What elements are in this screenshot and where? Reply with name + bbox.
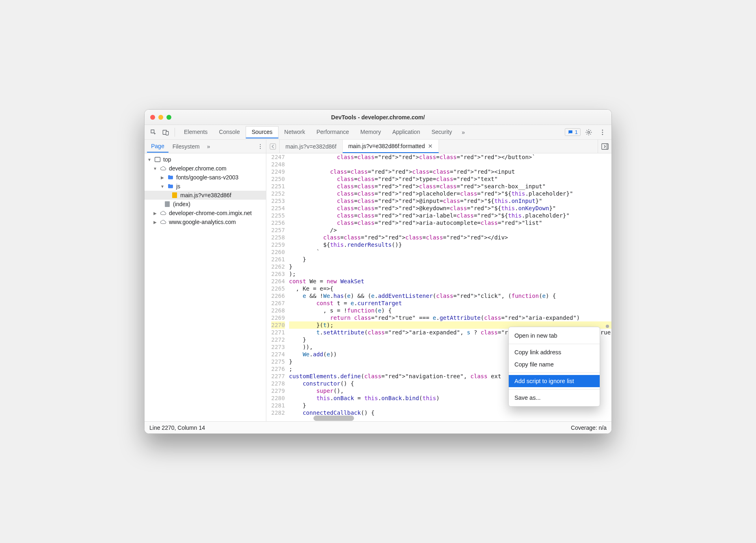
svg-rect-10 (172, 192, 177, 198)
tree-node-folder-fonts[interactable]: ▶ fonts/google-sans-v2003 (145, 173, 266, 182)
tree-node-domain-main[interactable]: ▼ developer.chrome.com (145, 164, 266, 173)
tab-console[interactable]: Console (213, 126, 245, 138)
inspect-element-icon[interactable] (148, 127, 159, 138)
zoom-window-button[interactable] (166, 115, 171, 120)
tree-node-top[interactable]: ▼ top (145, 155, 266, 164)
tree-node-domain-ga[interactable]: ▶ www.google-analytics.com (145, 218, 266, 226)
devtools-window: DevTools - developer.chrome.com/ Element… (144, 109, 612, 434)
scrollbar-indicator[interactable] (606, 325, 609, 328)
menu-save-as[interactable]: Save as... (509, 392, 600, 404)
cloud-icon (160, 165, 166, 172)
svg-rect-1 (166, 131, 168, 135)
tree-label: js (176, 183, 180, 190)
js-file-icon (171, 192, 178, 198)
close-window-button[interactable] (150, 115, 155, 120)
subtabs-overflow-icon[interactable]: » (204, 143, 214, 150)
menu-copy-link-address[interactable]: Copy link address (509, 346, 600, 358)
horizontal-scrollbar-thumb[interactable] (313, 416, 354, 421)
device-toolbar-icon[interactable] (160, 127, 171, 138)
navigator-subtabs: Page Filesystem » (145, 140, 266, 153)
cursor-position: Line 2270, Column 14 (149, 424, 205, 431)
tree-node-folder-js[interactable]: ▼ js (145, 182, 266, 191)
line-gutter: 2247224822492250225122522253225422552256… (266, 153, 289, 421)
tree-label: developer-chrome-com.imgix.net (169, 210, 252, 216)
tabs-overflow-icon[interactable]: » (458, 129, 468, 136)
file-tab[interactable]: main.js?v=e382d86f (280, 140, 343, 153)
tab-security[interactable]: Security (426, 126, 458, 138)
tab-memory[interactable]: Memory (355, 126, 387, 138)
traffic-lights (150, 115, 171, 120)
tree-node-file-main[interactable]: main.js?v=e382d86f (145, 191, 266, 200)
tree-label: developer.chrome.com (169, 165, 227, 172)
tree-label: (index) (173, 201, 190, 207)
disclosure-triangle-icon[interactable]: ▶ (153, 220, 158, 224)
tree-node-domain-imgix[interactable]: ▶ developer-chrome-com.imgix.net (145, 209, 266, 218)
tab-application[interactable]: Application (387, 126, 426, 138)
frame-icon (154, 156, 161, 163)
svg-rect-9 (155, 157, 160, 162)
svg-point-2 (588, 131, 590, 133)
menu-divider (509, 373, 600, 373)
svg-rect-14 (606, 144, 608, 149)
menu-open-in-new-tab[interactable]: Open in new tab (509, 330, 600, 342)
status-bar: Line 2270, Column 14 Coverage: n/a (145, 421, 611, 433)
more-options-icon[interactable] (597, 127, 608, 138)
svg-point-7 (260, 146, 261, 147)
svg-rect-12 (270, 144, 276, 149)
menu-divider (509, 344, 600, 344)
editor-pane: main.js?v=e382d86f main.js?v=e382d86f:fo… (266, 140, 611, 421)
context-menu: Open in new tab Copy link address Copy f… (508, 327, 600, 407)
disclosure-triangle-icon[interactable]: ▼ (160, 184, 165, 189)
close-tab-icon[interactable]: ✕ (428, 143, 433, 149)
settings-gear-icon[interactable] (583, 127, 594, 138)
history-back-icon[interactable] (268, 143, 278, 150)
file-tree[interactable]: ▼ top ▼ developer.chrome.com ▶ fonts/goo… (145, 153, 266, 421)
cloud-icon (160, 219, 166, 225)
navigator-more-icon[interactable] (257, 143, 264, 150)
panel-tabs: Elements Console Sources Network Perform… (178, 126, 458, 138)
issues-count: 1 (575, 129, 578, 135)
cloud-icon (160, 210, 166, 216)
folder-icon (167, 183, 174, 190)
content-area: Page Filesystem » ▼ top ▼ developer.chro… (145, 140, 611, 421)
toggle-debugger-sidebar-icon[interactable] (598, 140, 611, 153)
svg-point-3 (602, 129, 603, 131)
disclosure-triangle-icon[interactable]: ▶ (153, 211, 158, 215)
window-title: DevTools - developer.chrome.com/ (331, 114, 425, 121)
tree-node-file-index[interactable]: (index) (145, 200, 266, 209)
issues-badge[interactable]: 1 (565, 128, 581, 136)
file-tab-label: main.js?v=e382d86f (285, 143, 337, 150)
svg-point-6 (260, 144, 261, 145)
disclosure-triangle-icon[interactable]: ▶ (160, 175, 165, 180)
tab-network[interactable]: Network (279, 126, 311, 138)
navigator-pane: Page Filesystem » ▼ top ▼ developer.chro… (145, 140, 266, 421)
disclosure-triangle-icon[interactable]: ▼ (147, 157, 152, 162)
menu-add-to-ignore-list[interactable]: Add script to ignore list (509, 375, 600, 387)
menu-copy-file-name[interactable]: Copy file name (509, 358, 600, 371)
svg-point-4 (602, 131, 603, 133)
svg-rect-11 (165, 201, 170, 207)
tree-label: fonts/google-sans-v2003 (176, 174, 238, 181)
tab-performance[interactable]: Performance (311, 126, 354, 138)
subtab-page[interactable]: Page (147, 140, 168, 153)
svg-point-5 (602, 134, 603, 135)
titlebar: DevTools - developer.chrome.com/ (145, 110, 611, 125)
menu-divider (509, 389, 600, 390)
tree-label: top (163, 156, 171, 163)
file-tabs: main.js?v=e382d86f main.js?v=e382d86f:fo… (266, 140, 611, 153)
tree-label: main.js?v=e382d86f (180, 192, 231, 198)
document-icon (164, 201, 171, 207)
svg-point-8 (260, 148, 261, 149)
minimize-window-button[interactable] (158, 115, 163, 120)
file-tab[interactable]: main.js?v=e382d86f:formatted ✕ (343, 140, 439, 153)
disclosure-triangle-icon[interactable]: ▼ (153, 166, 158, 171)
folder-icon (167, 174, 174, 181)
tab-sources[interactable]: Sources (246, 126, 279, 138)
file-tab-label: main.js?v=e382d86f:formatted (348, 143, 425, 149)
main-toolbar: Elements Console Sources Network Perform… (145, 125, 611, 140)
subtab-filesystem[interactable]: Filesystem (168, 141, 204, 152)
tab-elements[interactable]: Elements (178, 126, 213, 138)
tree-label: www.google-analytics.com (169, 219, 236, 225)
coverage-status: Coverage: n/a (571, 424, 607, 431)
